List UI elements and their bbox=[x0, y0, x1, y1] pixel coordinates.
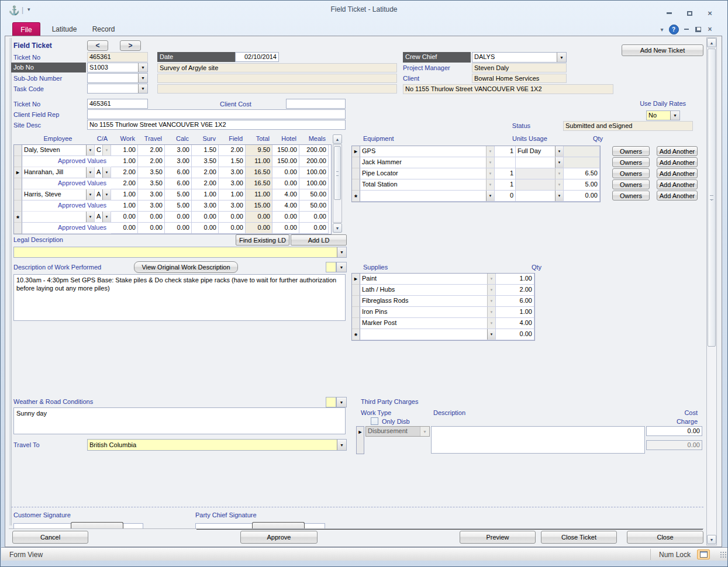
dropdown-icon[interactable] bbox=[138, 63, 147, 72]
dropdown-icon[interactable] bbox=[138, 84, 147, 93]
dropdown-icon[interactable] bbox=[138, 74, 147, 82]
supply-qty-cell[interactable]: 1.00 bbox=[496, 307, 534, 318]
grid-cell[interactable]: 1.00 bbox=[219, 189, 246, 200]
tab-latitude[interactable]: Latitude bbox=[47, 22, 81, 36]
doc-minimize-icon[interactable] bbox=[681, 25, 692, 34]
dropdown-icon[interactable] bbox=[86, 212, 94, 222]
record-selector[interactable] bbox=[352, 168, 360, 179]
work-description-text[interactable]: 10.30am - 4:30pm Set GPS Base: Stake pil… bbox=[13, 274, 346, 321]
next-ticket-button[interactable]: > bbox=[120, 40, 141, 51]
new-record-selector[interactable] bbox=[352, 191, 360, 202]
record-selector[interactable] bbox=[352, 296, 360, 307]
supply-qty-cell[interactable]: 4.00 bbox=[496, 318, 534, 329]
ticket-no2-field[interactable]: 465361 bbox=[87, 99, 148, 109]
dropdown-icon[interactable] bbox=[102, 212, 111, 222]
resize-grip[interactable] bbox=[720, 551, 727, 558]
subjob-combo[interactable] bbox=[87, 73, 148, 83]
add-another-button[interactable]: Add Another bbox=[657, 157, 698, 167]
record-selector[interactable] bbox=[352, 179, 360, 191]
grid-cell[interactable]: 0.00 bbox=[138, 212, 165, 223]
title-bar[interactable]: ⚓ | ▾ Field Ticket - Latitude × bbox=[1, 1, 727, 19]
qty-cell[interactable]: 0.00 bbox=[564, 191, 600, 202]
supply-name-combo[interactable]: Paint bbox=[360, 274, 496, 285]
grid-cell[interactable]: 2.00 bbox=[192, 167, 219, 178]
grid-cell[interactable]: 0.00 bbox=[192, 212, 219, 223]
equipment-name-combo[interactable]: Jack Hammer bbox=[360, 157, 495, 168]
record-selector-arrow[interactable] bbox=[352, 274, 360, 285]
employee-grid-scroll-thumb[interactable] bbox=[334, 146, 341, 200]
legal-description-combo[interactable] bbox=[13, 247, 347, 258]
employee-name-combo[interactable]: Harris, Steve bbox=[22, 189, 95, 200]
grid-cell[interactable]: 0.00 bbox=[272, 167, 299, 178]
units-cell[interactable]: 1 bbox=[495, 168, 516, 179]
grid-cell[interactable]: 0.00 bbox=[299, 212, 329, 223]
ca-combo[interactable]: A bbox=[95, 212, 111, 223]
date-field[interactable]: 02/10/2014 bbox=[235, 52, 279, 62]
owners-button[interactable]: Owners bbox=[612, 179, 650, 189]
form-view-toggle-button[interactable] bbox=[697, 549, 710, 559]
units-cell[interactable] bbox=[495, 157, 516, 168]
dropdown-icon[interactable] bbox=[555, 191, 563, 201]
grid-cell[interactable]: 4.00 bbox=[272, 189, 299, 200]
employee-grid-scroll-track[interactable] bbox=[333, 144, 342, 223]
travel-to-combo[interactable]: British Columbia bbox=[87, 439, 347, 451]
equipment-name-combo[interactable] bbox=[360, 191, 495, 202]
grid-cell[interactable]: 3.00 bbox=[165, 145, 192, 156]
add-new-ticket-button[interactable]: Add New Ticket bbox=[622, 44, 703, 56]
record-selector[interactable] bbox=[352, 307, 360, 318]
dropdown-icon[interactable] bbox=[102, 167, 111, 178]
record-selector[interactable] bbox=[352, 318, 360, 329]
close-form-button[interactable]: Close bbox=[627, 531, 703, 544]
supply-qty-cell[interactable]: 6.00 bbox=[496, 296, 534, 307]
ca-combo[interactable]: A bbox=[95, 189, 111, 200]
ca-combo[interactable]: C bbox=[95, 145, 111, 156]
supply-qty-cell[interactable]: 0.00 bbox=[496, 329, 534, 340]
equipment-name-combo[interactable]: Pipe Locator bbox=[360, 168, 495, 179]
grid-cell[interactable]: 2.00 bbox=[219, 145, 246, 156]
grid-cell[interactable]: 2.00 bbox=[138, 145, 165, 156]
weather-text[interactable]: Sunny day bbox=[13, 407, 346, 434]
equipment-name-combo[interactable]: GPS bbox=[360, 146, 495, 157]
use-daily-rates-combo[interactable]: No bbox=[646, 110, 680, 120]
grid-cell[interactable]: 3.00 bbox=[219, 167, 246, 178]
employee-grid-scroll-up[interactable]: ▲ bbox=[333, 134, 342, 144]
close-ticket-button[interactable]: Close Ticket bbox=[541, 531, 617, 544]
employee-name-combo[interactable] bbox=[22, 212, 95, 223]
new-record-selector[interactable] bbox=[352, 329, 360, 340]
grid-cell[interactable]: 1.50 bbox=[192, 145, 219, 156]
owners-button[interactable]: Owners bbox=[612, 157, 650, 167]
usage-combo[interactable] bbox=[516, 157, 564, 168]
grid-cell[interactable]: 6.00 bbox=[165, 167, 192, 178]
employee-name-combo[interactable]: Daly, Steven bbox=[22, 145, 95, 156]
dropdown-icon[interactable] bbox=[337, 247, 346, 257]
grid-cell[interactable]: 0.00 bbox=[272, 212, 299, 223]
dropdown-icon[interactable] bbox=[86, 167, 94, 178]
doc-close-icon[interactable]: × bbox=[705, 25, 715, 34]
grid-cell[interactable]: 150.00 bbox=[272, 145, 299, 156]
help-icon[interactable]: ? bbox=[668, 25, 679, 34]
units-cell[interactable]: 0 bbox=[495, 191, 516, 202]
supply-qty-cell[interactable]: 1.00 bbox=[496, 274, 534, 285]
grid-cell[interactable]: 0.00 bbox=[219, 212, 246, 223]
grid-cell[interactable]: 1.00 bbox=[192, 189, 219, 200]
dropdown-icon[interactable] bbox=[555, 157, 563, 168]
tab-file[interactable]: File bbox=[12, 22, 40, 36]
grid-cell[interactable]: 5.00 bbox=[165, 189, 192, 200]
work-description-dropdown[interactable] bbox=[336, 262, 347, 272]
add-another-button[interactable]: Add Another bbox=[657, 168, 698, 178]
record-selector-arrow[interactable] bbox=[352, 146, 360, 157]
maximize-button[interactable] bbox=[681, 9, 698, 18]
main-scroll-thumb[interactable] bbox=[708, 49, 716, 347]
equipment-name-combo[interactable]: Total Station bbox=[360, 179, 495, 191]
supply-qty-cell[interactable]: 2.00 bbox=[496, 285, 534, 296]
add-another-button[interactable]: Add Another bbox=[657, 191, 698, 200]
supply-name-combo[interactable] bbox=[360, 329, 496, 340]
weather-dropdown[interactable] bbox=[336, 397, 347, 407]
supply-name-combo[interactable]: Fibreglass Rods bbox=[360, 296, 496, 307]
dropdown-icon[interactable] bbox=[337, 397, 346, 407]
supply-name-combo[interactable]: Marker Post bbox=[360, 318, 496, 329]
grid-cell[interactable]: 3.50 bbox=[138, 167, 165, 178]
add-another-button[interactable]: Add Another bbox=[657, 146, 698, 156]
record-selector-arrow[interactable] bbox=[14, 167, 22, 178]
employee-name-combo[interactable]: Hanrahan, Jill bbox=[22, 167, 95, 178]
